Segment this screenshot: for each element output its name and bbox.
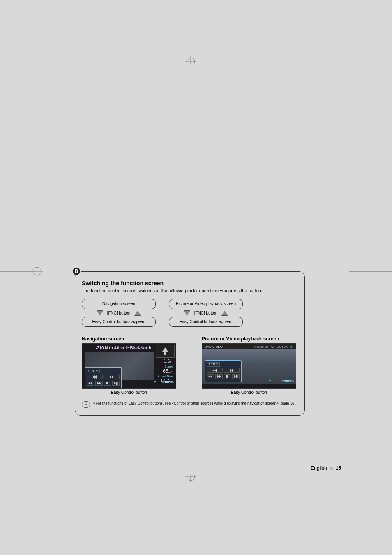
- arrow-up-icon: [134, 311, 141, 315]
- footer-language: English: [311, 465, 327, 471]
- flow-diagram: Navigation screen [FNC] button Easy Cont…: [82, 299, 298, 327]
- screenshot-column-playback: Picture or Video playback screen DVD VID…: [202, 336, 296, 395]
- screenshot-heading-nav: Navigation screen: [82, 336, 176, 342]
- stop-icon: [104, 381, 111, 386]
- flow-step: [FNC] button: [169, 311, 243, 315]
- play-pause-icon: [232, 374, 240, 379]
- page-footer: English 15: [311, 465, 341, 471]
- prev-track-icon: [207, 368, 223, 373]
- crop-line: [191, 471, 191, 555]
- screenshot-caption: Easy Control button: [82, 390, 176, 395]
- svg-rect-15: [226, 375, 228, 378]
- flow-column-playback: Picture or Video playback screen [FNC] b…: [169, 299, 243, 327]
- playback-screen-preview: DVD VIDEO Mode:Full AV–OUT:AV–IN T 0:00:…: [202, 343, 296, 388]
- svg-rect-14: [118, 382, 118, 385]
- rewind-icon: [207, 374, 214, 379]
- playback-t-indicator: T: [269, 379, 271, 383]
- flow-column-navigation: Navigation screen [FNC] button Easy Cont…: [82, 299, 156, 327]
- turn-arrow-icon: [156, 345, 175, 358]
- playback-source: DVD VIDEO: [202, 345, 251, 349]
- arrow-up-icon: [221, 311, 228, 315]
- forward-icon: [95, 381, 103, 386]
- playback-top-bar: DVD VIDEO Mode:Full AV–OUT:AV–IN: [202, 344, 296, 349]
- section-switching-function-screen: B Switching the function screen The func…: [75, 271, 305, 416]
- nav-speed-label: Speed: [156, 365, 175, 368]
- page-content: B Switching the function screen The func…: [45, 64, 349, 475]
- crop-line: [0, 63, 49, 63]
- svg-rect-13: [116, 382, 117, 385]
- forward-icon: [215, 374, 223, 379]
- easy-control-panel: SCRN: [85, 367, 122, 388]
- note-text: • For the functions of Easy Control butt…: [93, 401, 296, 405]
- playback-avout: AV–OUT:AV–IN: [271, 345, 296, 349]
- flow-button-label: [FNC] button: [194, 311, 218, 315]
- nav-destination-title: I-710 N to Atlantic Blvd-North: [86, 346, 159, 350]
- playback-time: 0:00:05: [282, 379, 294, 383]
- footer-page-number: 15: [336, 465, 341, 471]
- svg-rect-17: [238, 375, 238, 378]
- footer-dot-icon: [330, 467, 333, 470]
- flow-box-easy-control: Easy Control buttons appear.: [169, 317, 243, 327]
- crop-line: [343, 63, 392, 63]
- screenshot-caption: Easy Control button: [202, 390, 296, 395]
- easy-control-panel: SCRN: [205, 360, 242, 382]
- flow-button-label: [FNC] button: [107, 311, 131, 315]
- svg-rect-12: [106, 382, 108, 384]
- rewind-icon: [87, 381, 94, 386]
- arrow-down-icon: [97, 311, 103, 315]
- nav-playback-time: 0:00:05: [162, 380, 174, 384]
- prev-track-icon: [87, 375, 103, 379]
- flow-box-playback-screen: Picture or Video playback screen: [169, 299, 243, 309]
- note: ⠿ • For the functions of Easy Control bu…: [82, 401, 298, 408]
- next-track-icon: [104, 375, 120, 379]
- play-pause-icon: [112, 381, 120, 386]
- navigation-screen-preview: I-710 N to Atlantic Blvd-North 1.6mi Spe…: [82, 343, 176, 388]
- flow-box-easy-control: Easy Control buttons appear.: [82, 317, 156, 327]
- section-title: Switching the function screen: [82, 280, 298, 287]
- crop-line: [0, 475, 49, 475]
- crop-line: [347, 271, 392, 272]
- crop-line: [343, 475, 392, 475]
- section-description: The function control screen switches in …: [82, 288, 298, 293]
- svg-rect-16: [236, 375, 237, 378]
- note-icon: ⠿: [82, 401, 90, 408]
- screen-button: SCRN: [207, 362, 220, 367]
- nav-arrival-label: Arrival Time: [156, 375, 175, 378]
- screenshot-column-navigation: Navigation screen I-710 N to Atlantic Bl…: [82, 336, 176, 395]
- screenshot-heading-playback: Picture or Video playback screen: [202, 336, 296, 342]
- stop-icon: [224, 374, 231, 379]
- screenshot-row: Navigation screen I-710 N to Atlantic Bl…: [82, 336, 298, 395]
- arrow-down-icon: [184, 311, 190, 315]
- flow-box-nav-screen: Navigation screen: [82, 299, 156, 309]
- flow-step: [FNC] button: [82, 311, 156, 315]
- screen-button: SCRN: [87, 369, 100, 373]
- crop-line: [0, 271, 35, 272]
- section-badge: B: [72, 267, 81, 276]
- nav-distance: 1.6mi: [156, 358, 175, 363]
- nav-playback-indicator: P: [154, 380, 156, 384]
- playback-mode: Mode:Full: [251, 345, 271, 349]
- next-track-icon: [224, 368, 240, 373]
- nav-speed-value: 65mi/h: [156, 368, 175, 374]
